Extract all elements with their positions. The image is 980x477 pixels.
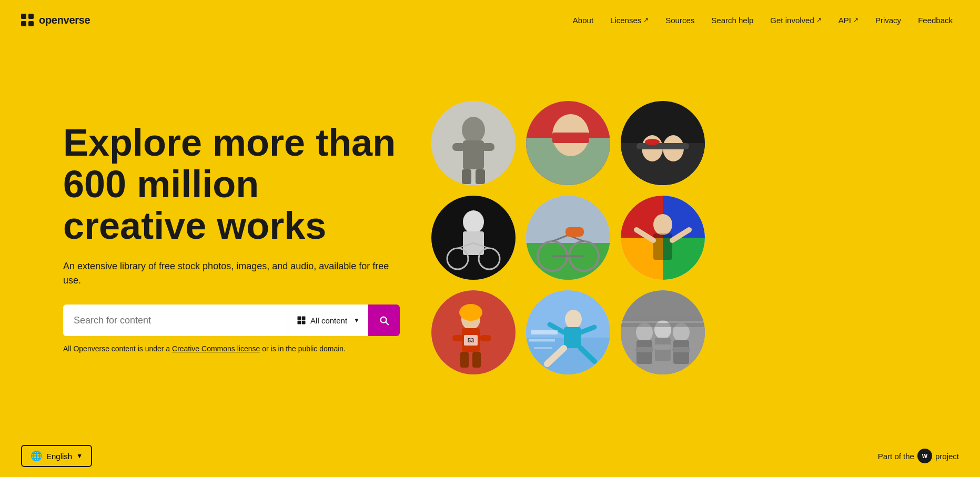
search-button[interactable] bbox=[368, 305, 400, 336]
svg-rect-48 bbox=[452, 335, 464, 341]
svg-rect-58 bbox=[564, 327, 581, 348]
image-circle-5 bbox=[526, 196, 610, 280]
svg-rect-76 bbox=[672, 347, 690, 352]
logo-text: openverse bbox=[39, 14, 90, 26]
content-type-label: All content bbox=[310, 316, 347, 325]
wordpress-logo: W bbox=[917, 449, 932, 463]
globe-icon: 🌐 bbox=[31, 450, 42, 462]
external-link-icon: ↗ bbox=[643, 16, 649, 24]
image-grid: 53 bbox=[431, 101, 705, 374]
svg-rect-10 bbox=[476, 169, 485, 184]
svg-rect-75 bbox=[654, 344, 672, 350]
svg-rect-1 bbox=[302, 317, 306, 320]
svg-rect-2 bbox=[298, 321, 301, 324]
image-circle-4 bbox=[431, 196, 516, 280]
image-circle-2 bbox=[526, 101, 610, 185]
svg-rect-50 bbox=[460, 352, 469, 368]
svg-point-57 bbox=[565, 310, 582, 329]
nav-sources[interactable]: Sources bbox=[659, 12, 701, 29]
logo-icon bbox=[21, 14, 34, 26]
creative-commons-link[interactable]: Creative Commons license bbox=[172, 344, 260, 353]
svg-rect-51 bbox=[472, 352, 481, 368]
svg-point-22 bbox=[463, 210, 484, 234]
logo[interactable]: openverse bbox=[21, 14, 90, 26]
nav-about[interactable]: About bbox=[567, 12, 600, 29]
svg-point-5 bbox=[462, 117, 485, 143]
svg-rect-7 bbox=[452, 143, 466, 151]
external-link-icon-2: ↗ bbox=[816, 16, 822, 24]
svg-rect-8 bbox=[481, 143, 494, 151]
search-bar: All content ▼ bbox=[63, 305, 400, 336]
image-circle-6 bbox=[621, 196, 705, 280]
content-type-icon bbox=[297, 316, 306, 325]
svg-rect-9 bbox=[462, 169, 471, 184]
image-circle-9 bbox=[621, 290, 705, 374]
nav-api[interactable]: API ↗ bbox=[832, 12, 865, 29]
hero-subtitle: An extensive library of free stock photo… bbox=[63, 259, 400, 288]
svg-rect-6 bbox=[463, 140, 484, 169]
chevron-down-icon: ▼ bbox=[353, 317, 360, 324]
svg-rect-0 bbox=[298, 317, 301, 320]
nav-privacy[interactable]: Privacy bbox=[869, 12, 907, 29]
language-selector[interactable]: 🌐 English ▼ bbox=[21, 445, 92, 467]
lang-chevron-icon: ▼ bbox=[76, 452, 83, 460]
image-circle-8 bbox=[526, 290, 610, 374]
image-circle-3 bbox=[621, 101, 705, 185]
svg-rect-74 bbox=[635, 347, 653, 352]
search-input[interactable] bbox=[63, 315, 288, 326]
svg-rect-3 bbox=[302, 321, 306, 324]
svg-rect-78 bbox=[621, 323, 705, 327]
image-circle-1 bbox=[431, 101, 516, 185]
svg-point-20 bbox=[645, 139, 660, 145]
main-nav: About Licenses ↗ Sources Search help Get… bbox=[567, 12, 959, 29]
external-link-icon-3: ↗ bbox=[853, 16, 858, 24]
image-circle-7: 53 bbox=[431, 290, 516, 374]
search-icon bbox=[378, 314, 390, 326]
wordpress-credit: Part of the W project bbox=[878, 449, 959, 463]
svg-point-41 bbox=[653, 214, 672, 235]
svg-rect-19 bbox=[637, 143, 689, 149]
svg-rect-42 bbox=[653, 234, 672, 260]
svg-rect-77 bbox=[621, 317, 705, 321]
nav-search-help[interactable]: Search help bbox=[705, 12, 760, 29]
language-label: English bbox=[46, 452, 72, 461]
nav-feedback[interactable]: Feedback bbox=[912, 12, 959, 29]
svg-rect-35 bbox=[565, 227, 584, 237]
nav-licenses[interactable]: Licenses ↗ bbox=[604, 12, 655, 29]
svg-rect-14 bbox=[552, 133, 589, 143]
content-type-selector[interactable]: All content ▼ bbox=[288, 305, 368, 336]
license-note: All Openverse content is under a Creativ… bbox=[63, 344, 400, 353]
svg-rect-49 bbox=[480, 335, 491, 341]
nav-get-involved[interactable]: Get involved ↗ bbox=[764, 12, 827, 29]
svg-text:53: 53 bbox=[468, 337, 474, 343]
hero-title: Explore more than 600 million creative w… bbox=[63, 122, 400, 247]
svg-point-52 bbox=[459, 304, 482, 321]
